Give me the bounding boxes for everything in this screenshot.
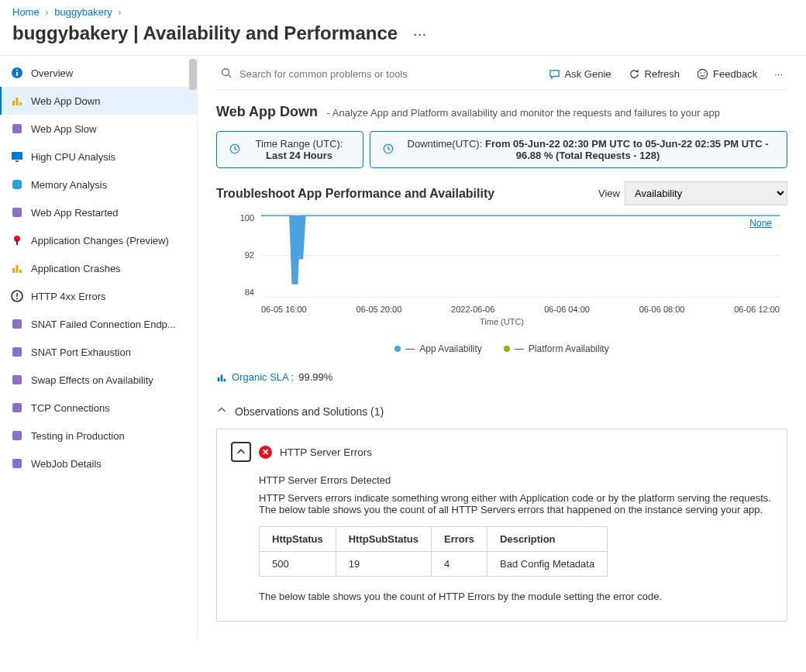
svg-rect-23 <box>12 431 22 440</box>
sidebar-item-testing-prod[interactable]: Testing in Production <box>0 422 197 450</box>
x-tick: 2022-06-06 <box>451 305 494 314</box>
module-icon <box>11 429 23 442</box>
svg-point-27 <box>698 69 707 78</box>
feedback-button[interactable]: Feedback <box>692 65 762 83</box>
svg-rect-8 <box>16 160 19 162</box>
svg-rect-1 <box>16 72 18 76</box>
table-cell: 19 <box>336 552 431 577</box>
table-cell: 500 <box>260 552 336 577</box>
observations-header[interactable]: Observations and Solutions (1) <box>216 405 787 418</box>
sidebar-item-webjob[interactable]: WebJob Details <box>0 450 197 477</box>
svg-rect-4 <box>16 98 19 105</box>
sidebar-item-label: Application Crashes <box>31 263 121 274</box>
collapse-button[interactable] <box>231 442 251 462</box>
clock-icon <box>383 143 394 157</box>
organic-sla[interactable]: Organic SLA : 99.99% <box>216 371 787 383</box>
obs-footer: The below table shows you the count of H… <box>259 591 773 602</box>
http-error-table: HttpStatus HttpSubStatus Errors Descript… <box>259 526 608 577</box>
chevron-right-icon: › <box>42 6 51 18</box>
svg-rect-6 <box>12 124 22 133</box>
table-header-row: HttpStatus HttpSubStatus Errors Descript… <box>260 527 608 552</box>
y-tick: 84 <box>216 288 254 297</box>
bar-chart-icon <box>11 262 23 274</box>
svg-point-28 <box>700 72 701 74</box>
sidebar-item-label: TCP Connections <box>31 402 110 414</box>
bar-chart-icon <box>216 372 227 383</box>
sidebar-item-label: SNAT Port Exhaustion <box>31 346 131 358</box>
sidebar-item-app-crashes[interactable]: Application Crashes <box>0 254 197 282</box>
sidebar-item-app-changes[interactable]: Application Changes (Preview) <box>0 226 197 254</box>
monitor-icon <box>11 150 23 163</box>
toolbar: Ask Genie Refresh Feedback ··· <box>216 65 787 90</box>
troubleshoot-title: Troubleshoot App Performance and Availab… <box>216 187 494 201</box>
obs-description: HTTP Servers errors indicate something w… <box>259 492 773 515</box>
obs-item-title: HTTP Server Errors <box>280 446 372 458</box>
bar-chart-icon <box>11 95 23 107</box>
info-icon <box>11 67 23 79</box>
downtime-card[interactable]: Downtime(UTC): From 05-Jun-22 02:30 PM U… <box>370 131 787 168</box>
section-subtitle: - Analyze App and Platform availability … <box>327 107 720 119</box>
svg-rect-13 <box>12 268 15 273</box>
svg-rect-20 <box>12 347 22 357</box>
sidebar-item-web-app-restarted[interactable]: Web App Restarted <box>0 198 197 226</box>
sidebar-item-overview[interactable]: Overview <box>0 59 197 87</box>
availability-chart: None 100 92 84 <box>216 213 787 354</box>
sidebar-item-swap-effects[interactable]: Swap Effects on Availability <box>0 366 197 394</box>
sidebar-item-label: Web App Slow <box>31 123 96 135</box>
breadcrumb-item[interactable]: buggybakery <box>54 6 112 18</box>
sidebar-item-snat-failed[interactable]: SNAT Failed Connection Endp... <box>0 310 197 338</box>
more-button[interactable]: ··· <box>770 65 787 83</box>
page-title: buggybakery | Availability and Performan… <box>12 22 794 44</box>
more-button[interactable]: ··· <box>414 29 428 41</box>
breadcrumb-home[interactable]: Home <box>12 6 40 18</box>
sidebar: Overview Web App Down Web App Slow High … <box>0 56 198 640</box>
svg-rect-21 <box>12 375 22 384</box>
sidebar-item-label: Swap Effects on Availability <box>31 374 153 386</box>
svg-rect-14 <box>16 265 19 273</box>
svg-rect-19 <box>12 319 22 329</box>
svg-rect-33 <box>218 377 220 381</box>
view-label: View <box>598 188 620 199</box>
x-tick: 06-06 08:00 <box>639 305 685 314</box>
sidebar-item-http-4xx[interactable]: HTTP 4xx Errors <box>0 282 197 310</box>
chevron-up-icon <box>216 405 227 418</box>
sidebar-item-memory[interactable]: Memory Analysis <box>0 171 197 198</box>
obs-detected: HTTP Server Errors Detected <box>259 474 773 486</box>
module-icon <box>11 206 23 219</box>
section-title: Web App Down <box>216 104 318 119</box>
legend-platform[interactable]: — Platform Availability <box>504 343 609 354</box>
sidebar-item-label: Overview <box>31 67 73 79</box>
pin-icon <box>11 234 23 246</box>
sidebar-item-web-app-down[interactable]: Web App Down <box>0 87 197 115</box>
y-tick: 100 <box>216 213 254 222</box>
sidebar-item-snat-port[interactable]: SNAT Port Exhaustion <box>0 338 197 366</box>
svg-rect-15 <box>19 270 22 273</box>
chevron-right-icon: › <box>115 6 124 18</box>
view-select[interactable]: Availability <box>625 181 787 205</box>
sidebar-item-tcp[interactable]: TCP Connections <box>0 394 197 422</box>
main-content: Ask Genie Refresh Feedback ··· Web App D… <box>198 56 806 640</box>
sidebar-item-web-app-slow[interactable]: Web App Slow <box>0 115 197 143</box>
refresh-button[interactable]: Refresh <box>624 65 685 83</box>
x-axis-label: Time (UTC) <box>216 317 787 326</box>
sidebar-item-label: HTTP 4xx Errors <box>31 291 106 302</box>
sidebar-item-label: Web App Restarted <box>31 207 119 219</box>
legend-app[interactable]: — App Availability <box>394 343 482 354</box>
refresh-icon <box>629 68 640 80</box>
smile-icon <box>697 68 708 80</box>
scrollbar[interactable] <box>189 59 197 90</box>
sidebar-item-label: Testing in Production <box>31 430 125 442</box>
svg-rect-10 <box>12 208 22 217</box>
table-cell: Bad Config Metadata <box>487 552 608 577</box>
svg-point-2 <box>16 70 18 71</box>
clock-icon <box>229 143 240 157</box>
search-input[interactable] <box>238 67 455 81</box>
ask-genie-button[interactable]: Ask Genie <box>544 65 616 83</box>
time-range-card[interactable]: Time Range (UTC): Last 24 Hours <box>216 131 363 168</box>
svg-rect-34 <box>221 374 223 381</box>
database-icon <box>11 178 23 191</box>
sidebar-item-label: Web App Down <box>31 95 100 107</box>
y-tick: 92 <box>216 250 254 260</box>
svg-rect-3 <box>12 101 15 105</box>
sidebar-item-high-cpu[interactable]: High CPU Analysis <box>0 143 197 171</box>
